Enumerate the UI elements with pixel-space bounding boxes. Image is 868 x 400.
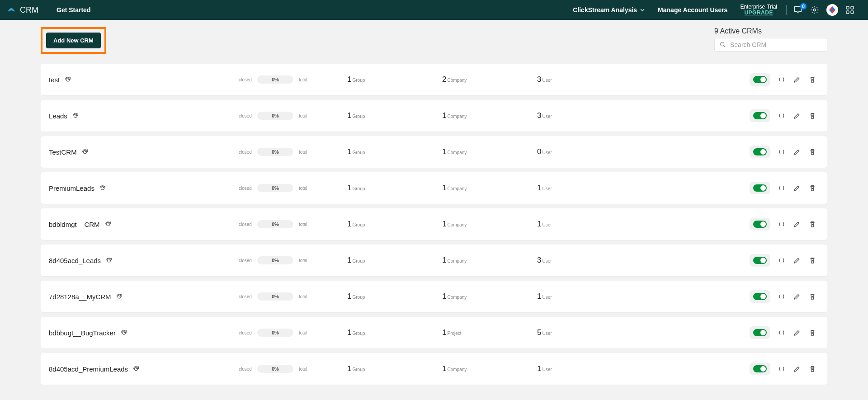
- search-input[interactable]: [730, 41, 822, 48]
- refresh-icon[interactable]: [105, 257, 113, 264]
- enable-toggle[interactable]: [753, 257, 767, 264]
- progress-pill: 0%: [257, 220, 293, 228]
- active-crms-count: 9 Active CRMs: [714, 27, 827, 35]
- actions-cell: [632, 290, 816, 303]
- edit-icon[interactable]: [793, 220, 801, 228]
- delete-icon[interactable]: [808, 184, 816, 192]
- actions-cell: [632, 73, 816, 86]
- embed-icon[interactable]: [778, 292, 786, 301]
- crm-name-cell: 8d405acd_PremiumLeads: [49, 365, 239, 373]
- edit-icon[interactable]: [793, 256, 801, 264]
- embed-icon[interactable]: [778, 329, 786, 337]
- svg-rect-4: [851, 11, 854, 14]
- user-stat: 5 User: [537, 328, 632, 337]
- enable-toggle[interactable]: [753, 329, 767, 336]
- refresh-icon[interactable]: [120, 329, 127, 336]
- embed-icon[interactable]: [778, 365, 786, 373]
- get-started-link[interactable]: Get Started: [57, 6, 90, 14]
- enable-toggle[interactable]: [753, 221, 767, 228]
- refresh-icon[interactable]: [104, 221, 112, 228]
- inbox-icon[interactable]: 0: [789, 5, 807, 15]
- delete-icon[interactable]: [808, 329, 816, 337]
- enable-toggle[interactable]: [753, 76, 767, 83]
- embed-icon[interactable]: [778, 75, 786, 84]
- embed-icon[interactable]: [778, 184, 786, 192]
- closed-label: closed: [239, 367, 252, 372]
- crm-row[interactable]: 8d405acd_PremiumLeads closed 0% total 1 …: [41, 353, 827, 385]
- crm-name-cell: TestCRM: [49, 148, 239, 156]
- edit-icon[interactable]: [793, 292, 801, 301]
- refresh-icon[interactable]: [72, 112, 79, 119]
- edit-icon[interactable]: [793, 112, 801, 120]
- enable-toggle[interactable]: [753, 365, 767, 372]
- refresh-icon[interactable]: [132, 365, 140, 372]
- clickstream-menu[interactable]: ClickStream Analysis: [566, 6, 651, 14]
- refresh-icon[interactable]: [81, 148, 89, 155]
- edit-icon[interactable]: [793, 365, 801, 373]
- refresh-icon[interactable]: [64, 76, 71, 83]
- svg-point-5: [721, 42, 724, 46]
- delete-icon[interactable]: [808, 365, 816, 373]
- closed-label: closed: [239, 77, 252, 82]
- delete-icon[interactable]: [808, 148, 816, 156]
- group-stat: 1 Group: [347, 364, 442, 373]
- crm-row[interactable]: bdbbugt__BugTracker closed 0% total 1 Gr…: [41, 317, 827, 348]
- settings-icon[interactable]: [807, 5, 823, 14]
- actions-cell: [632, 182, 816, 194]
- avatar[interactable]: [823, 4, 842, 16]
- company-stat: 1 Company: [442, 364, 537, 373]
- progress-cell: closed 0% total: [239, 365, 347, 373]
- crm-name: Leads: [49, 112, 67, 120]
- enable-toggle[interactable]: [753, 293, 767, 300]
- crm-row[interactable]: bdbldmgt__CRM closed 0% total 1 Group 1 …: [41, 208, 827, 240]
- clickstream-label: ClickStream Analysis: [573, 6, 637, 14]
- enable-toggle[interactable]: [753, 112, 767, 119]
- embed-icon[interactable]: [778, 256, 786, 264]
- user-stat: 3 User: [537, 256, 632, 265]
- total-label: total: [299, 77, 307, 82]
- crm-row[interactable]: 7d28128a__MyCRM closed 0% total 1 Group …: [41, 281, 827, 312]
- topbar: CRM Get Started ClickStream Analysis Man…: [0, 0, 868, 20]
- upgrade-link[interactable]: UPGRADE: [744, 10, 773, 16]
- crm-name: test: [49, 76, 60, 84]
- edit-icon[interactable]: [793, 329, 801, 337]
- enable-toggle[interactable]: [753, 148, 767, 155]
- delete-icon[interactable]: [808, 256, 816, 264]
- edit-icon[interactable]: [793, 148, 801, 156]
- brand-logo-icon: [6, 6, 16, 14]
- group-stat: 1 Group: [347, 147, 442, 156]
- progress-cell: closed 0% total: [239, 220, 347, 228]
- toggle-wrap: [750, 73, 770, 86]
- crm-name: bdbbugt__BugTracker: [49, 329, 116, 337]
- crm-row[interactable]: PremiumLeads closed 0% total 1 Group 1 C…: [41, 172, 827, 204]
- delete-icon[interactable]: [808, 292, 816, 301]
- edit-icon[interactable]: [793, 184, 801, 192]
- group-stat: 1 Group: [347, 256, 442, 265]
- user-label: User: [542, 367, 552, 372]
- refresh-icon[interactable]: [116, 293, 123, 300]
- delete-icon[interactable]: [808, 75, 816, 84]
- embed-icon[interactable]: [778, 112, 786, 120]
- delete-icon[interactable]: [808, 220, 816, 228]
- embed-icon[interactable]: [778, 220, 786, 228]
- refresh-icon[interactable]: [99, 184, 106, 192]
- group-label: Group: [352, 150, 365, 155]
- user-stat: 0 User: [537, 147, 632, 156]
- add-new-crm-button[interactable]: Add New CRM: [46, 33, 101, 48]
- crm-row[interactable]: TestCRM closed 0% total 1 Group 1 Compan…: [41, 136, 827, 168]
- actions-cell: [632, 254, 816, 267]
- edit-icon[interactable]: [793, 75, 801, 84]
- embed-icon[interactable]: [778, 148, 786, 156]
- crm-row[interactable]: Leads closed 0% total 1 Group 1 Company …: [41, 100, 827, 132]
- delete-icon[interactable]: [808, 112, 816, 120]
- company-stat: 1 Company: [442, 111, 537, 120]
- enable-toggle[interactable]: [753, 184, 767, 192]
- manage-users-link[interactable]: Manage Account Users: [651, 6, 734, 14]
- apps-icon[interactable]: [842, 5, 858, 14]
- total-label: total: [299, 294, 307, 299]
- crm-row[interactable]: test closed 0% total 1 Group 2 Company 3…: [41, 64, 827, 95]
- user-label: User: [542, 222, 552, 227]
- brand[interactable]: CRM: [6, 5, 47, 15]
- crm-row[interactable]: 8d405acd_Leads closed 0% total 1 Group 1…: [41, 245, 827, 276]
- search-crm[interactable]: [714, 38, 827, 52]
